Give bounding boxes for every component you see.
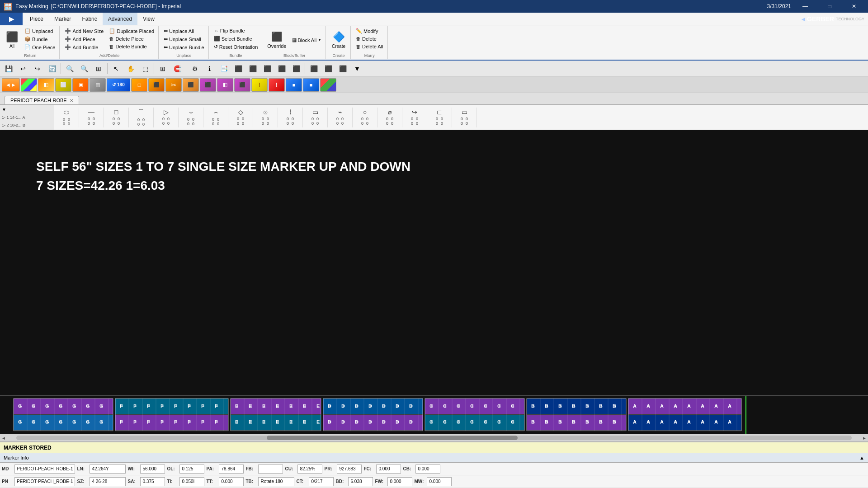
menu-advanced[interactable]: Advanced — [103, 13, 137, 25]
ribbon-unplaced-button[interactable]: 📋 Unplaced — [22, 27, 57, 35]
tb-value-field[interactable]: Rotate 180 — [258, 477, 294, 486]
close-button[interactable]: ✕ — [844, 0, 864, 13]
scroll-left-button[interactable]: ◄ — [0, 434, 7, 441]
menu-piece[interactable]: Piece — [24, 13, 49, 25]
main-tab[interactable]: PERIDOT-PEACH-ROBE ✕ — [5, 96, 79, 104]
fw-value-field[interactable]: 0.000 — [387, 477, 412, 486]
minimize-button[interactable]: — — [795, 0, 816, 13]
tb3-scissors-button[interactable]: ✂ — [165, 78, 182, 92]
ribbon-duplicate-placed-button[interactable]: 📋 Duplicate Placed — [107, 27, 156, 35]
ribbon-override-button[interactable]: ⬛ Override — [265, 29, 288, 51]
tb2-info-button[interactable]: ℹ — [203, 62, 216, 75]
tb2-select-button[interactable]: ⬚ — [138, 62, 152, 75]
tb3-purple-btn3[interactable]: ⬛ — [234, 78, 250, 92]
fc-value-field[interactable]: 0.000 — [376, 465, 401, 474]
ribbon-add-new-size-button[interactable]: ➕ Add New Size — [62, 27, 106, 35]
cb-value-field[interactable]: 0.000 — [415, 465, 440, 474]
tb3-rotate-180-button[interactable]: ↺ 180 — [107, 78, 130, 92]
md-value-field[interactable]: PERIDOT-PEACH_ROBE-1 — [14, 465, 75, 474]
scrollbar-track[interactable] — [16, 436, 852, 440]
bd-value-field[interactable]: 6.038 — [348, 477, 373, 486]
tb2-save-button[interactable]: 💾 — [2, 62, 15, 75]
tb2-more4-button[interactable]: ⬛ — [275, 62, 288, 75]
tb2-cursor-button[interactable]: ↖ — [109, 62, 123, 75]
tb3-orange-btn2[interactable]: ▣ — [72, 78, 89, 92]
fb-value-field[interactable] — [258, 465, 283, 474]
tb3-red-warn-btn[interactable]: ! — [269, 78, 285, 92]
tb3-nav-button[interactable]: ◄► — [2, 78, 20, 92]
tb3-orange-sq-btn[interactable]: ⬛ — [183, 78, 199, 92]
tb2-more6-button[interactable]: ⬛ — [307, 62, 321, 75]
ribbon-reset-orientation-button[interactable]: ↺ Reset Orientation — [212, 43, 260, 51]
ribbon-delete-bundle-button[interactable]: 🗑 Delete Bundle — [107, 43, 156, 50]
tb3-orange-outline-btn[interactable]: □ — [131, 78, 147, 92]
tb2-zoom-in-button[interactable]: 🔍 — [63, 62, 76, 75]
ribbon-delete-all-button[interactable]: 🗑 Delete All — [354, 43, 385, 50]
sa-value-field[interactable]: 0.375 — [140, 477, 165, 486]
tb2-grid-button[interactable]: ⊞ — [156, 62, 170, 75]
tb2-settings-button[interactable]: ⚙ — [188, 62, 202, 75]
tb2-snap-button[interactable]: 🧲 — [170, 62, 184, 75]
sz-value-field[interactable]: 4 26-28 — [90, 477, 126, 486]
tb2-pan-button[interactable]: ✋ — [124, 62, 137, 75]
tb2-redo-button[interactable]: ↪ — [31, 62, 44, 75]
tb3-orange-filled-btn[interactable]: ⬛ — [148, 78, 165, 92]
tb2-more3-button[interactable]: ⬛ — [260, 62, 274, 75]
tb3-purple-btn1[interactable]: ⬛ — [200, 78, 216, 92]
ribbon-delete-button[interactable]: 🗑 Delete — [354, 35, 385, 42]
tb3-multi-color-button[interactable] — [21, 78, 37, 92]
tb2-more8-button[interactable]: ⬛ — [336, 62, 349, 75]
tb2-zoom-out-button[interactable]: 🔍 — [77, 62, 91, 75]
tb3-yellow-warn-btn[interactable]: ! — [251, 78, 268, 92]
tb3-blue-sq2-btn[interactable]: ■ — [303, 78, 319, 92]
ribbon-create-button[interactable]: 🔷 Create — [329, 29, 349, 51]
tb2-more1-button[interactable]: ⬛ — [231, 62, 245, 75]
tb2-zoom-fit-button[interactable]: ⊞ — [92, 62, 105, 75]
maximize-button[interactable]: □ — [819, 0, 840, 13]
tb3-yellow-btn[interactable]: ⬜ — [55, 78, 71, 92]
ribbon-add-bundle-button[interactable]: ➕ Add Bundle — [62, 43, 106, 51]
tab-close-button[interactable]: ✕ — [70, 98, 73, 103]
ribbon-unplace-all-button[interactable]: ⬅ Unplace All — [161, 27, 207, 35]
ribbon-add-piece-button[interactable]: ➕ Add Piece — [62, 35, 106, 43]
ct-value-field[interactable]: 0/217 — [309, 477, 334, 486]
ribbon-all-button[interactable]: ⬛ All — [3, 29, 21, 51]
mw-value-field[interactable]: 0.000 — [427, 477, 452, 486]
ol-value-field[interactable]: 0.125 — [179, 465, 204, 474]
ribbon-bundle-button[interactable]: 📦 Bundle — [22, 35, 57, 43]
ribbon-block-all-button[interactable]: ▦ Block All ▼ — [290, 36, 324, 44]
tb2-more5-button[interactable]: ⬛ — [289, 62, 303, 75]
ribbon-delete-piece-button[interactable]: 🗑 Delete Piece — [107, 35, 156, 42]
pa-value-field[interactable]: 78.864 — [219, 465, 244, 474]
marker-info-collapse[interactable]: ▲ — [859, 455, 864, 460]
tb3-piece-view-button[interactable]: ◧ — [38, 78, 54, 92]
ti-value-field[interactable]: 0.050I — [179, 477, 204, 486]
ribbon-modify-button[interactable]: ✏️ Modify — [354, 27, 385, 35]
ribbon-unplace-small-button[interactable]: ⬅ Unplace Small — [161, 35, 207, 43]
pn-value-field[interactable]: PERIDOT-PEACH_ROBE-1 — [14, 477, 75, 486]
pr-value-field[interactable]: 927.683 — [337, 465, 362, 474]
ribbon-flip-bundle-button[interactable]: ↔ Flip Bundle — [212, 27, 260, 34]
menu-marker[interactable]: Marker — [49, 13, 76, 25]
wi-value-field[interactable]: 56.000 — [140, 465, 165, 474]
tb3-gray-btn[interactable]: ▤ — [90, 78, 106, 92]
menu-view[interactable]: View — [137, 13, 160, 25]
tb2-more7-button[interactable]: ⬛ — [321, 62, 335, 75]
scrollbar-thumb[interactable] — [267, 436, 517, 440]
cu-value-field[interactable]: 82.25% — [297, 465, 322, 474]
tt-value-field[interactable]: 0.000 — [219, 477, 244, 486]
ln-value-field[interactable]: 42.264Y — [90, 465, 126, 474]
tb2-refresh-button[interactable]: 🔄 — [45, 62, 59, 75]
block-all-dropdown[interactable]: ▼ — [318, 38, 321, 42]
ribbon-unplace-bundle-button[interactable]: ⬅ Unplace Bundle — [161, 43, 207, 51]
ribbon-one-piece-button[interactable]: 📄 One Piece — [22, 43, 57, 51]
collapse-icon[interactable]: ▼ — [2, 107, 6, 112]
tb3-blue-sq-btn[interactable]: ■ — [286, 78, 302, 92]
tb2-undo-button[interactable]: ↩ — [16, 62, 30, 75]
tb2-layers-button[interactable]: 📑 — [217, 62, 231, 75]
scroll-right-button[interactable]: ► — [861, 434, 868, 441]
tb2-dropdown-button[interactable]: ▼ — [350, 62, 364, 75]
tb2-more2-button[interactable]: ⬛ — [246, 62, 259, 75]
menu-fabric[interactable]: Fabric — [76, 13, 102, 25]
tb3-multicolor-btn2[interactable] — [320, 78, 336, 92]
